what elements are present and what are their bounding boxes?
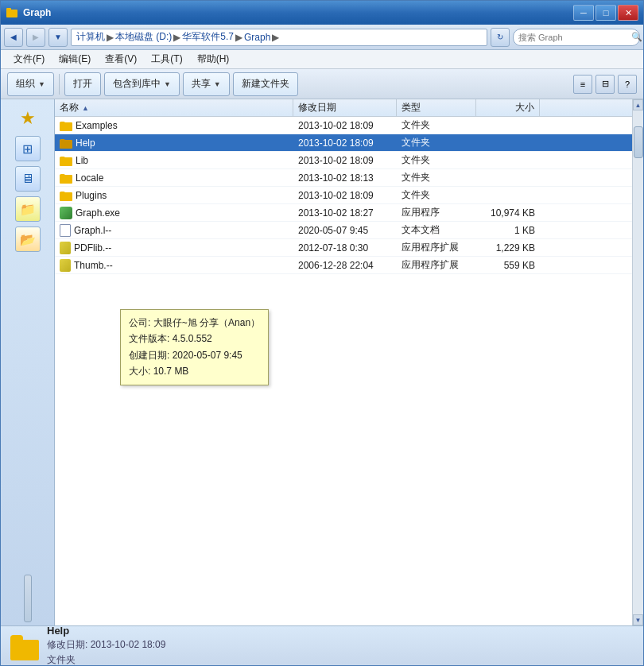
file-type-thumb: 应用程序扩展 — [397, 258, 476, 272]
scrollbar-down[interactable]: ▼ — [633, 614, 643, 625]
file-date-examples: 2013-10-02 18:09 — [293, 120, 397, 131]
column-name[interactable]: 名称 ▲ — [55, 99, 293, 116]
back-button[interactable]: ◀ — [4, 28, 23, 47]
sidebar: ★ ⊞ 🖥 📁 📂 — [1, 99, 55, 625]
file-date-locale: 2013-10-02 18:13 — [293, 172, 397, 184]
column-headers: 名称 ▲ 修改日期 类型 大小 — [55, 99, 632, 117]
close-button[interactable]: ✕ — [618, 5, 638, 21]
file-tooltip: 公司: 大眼仔~旭 分享（Anan） 文件版本: 4.5.0.552 创建日期:… — [120, 309, 269, 385]
column-size[interactable]: 大小 — [476, 99, 540, 116]
window: Graph ─ □ ✕ ◀ ▶ ▼ 计算机 ▶ 本地磁盘 (D:) ▶ 华军软件… — [0, 0, 644, 666]
toolbar-separator-1 — [59, 74, 60, 95]
table-row[interactable]: Help 2013-10-02 18:09 文件夹 — [55, 134, 632, 152]
search-box[interactable]: 🔍 — [513, 29, 640, 46]
file-name-lib: Lib — [55, 155, 293, 166]
tooltip-size: 大小: 10.7 MB — [129, 363, 260, 379]
file-name-thumb: Thumb.-- — [55, 259, 293, 272]
file-name-plugins: Plugins — [55, 190, 293, 201]
search-input[interactable] — [518, 33, 628, 42]
path-software[interactable]: 华军软件5.7 — [182, 30, 234, 44]
folder-icon — [60, 120, 72, 131]
scrollbar-thumb[interactable] — [634, 126, 643, 158]
tooltip-company-label: 公司: — [129, 317, 150, 328]
file-date-lib: 2013-10-02 18:09 — [293, 155, 397, 166]
menu-tools[interactable]: 工具(T) — [145, 51, 188, 68]
sidebar-scrollbar-thumb[interactable] — [24, 575, 32, 622]
file-size-thumb: 559 KB — [476, 260, 540, 271]
help-button[interactable]: ? — [618, 75, 637, 94]
view-toggle-button[interactable]: ≡ — [573, 75, 592, 94]
open-button[interactable]: 打开 — [64, 72, 101, 96]
content-area: ★ ⊞ 🖥 📁 📂 名称 ▲ 修改日期 类型 — [1, 99, 643, 625]
address-path[interactable]: 计算机 ▶ 本地磁盘 (D:) ▶ 华军软件5.7 ▶ Graph ▶ — [71, 29, 487, 46]
file-name-help: Help — [55, 137, 293, 149]
dropdown-button[interactable]: ▼ — [48, 28, 68, 47]
share-label: 共享 — [192, 77, 211, 91]
file-name-examples: Examples — [55, 120, 293, 131]
file-type-graphexe: 应用程序 — [397, 206, 476, 219]
file-date-graphexe: 2013-10-02 18:27 — [293, 207, 397, 219]
view-details-button[interactable]: ⊟ — [596, 75, 615, 94]
tooltip-company-value: 大眼仔~旭 分享（Anan） — [153, 317, 260, 328]
menu-help[interactable]: 帮助(H) — [191, 51, 236, 68]
table-row[interactable]: Lib 2013-10-02 18:09 文件夹 — [55, 152, 632, 169]
file-type-locale: 文件夹 — [397, 171, 476, 184]
table-row[interactable]: Locale 2013-10-02 18:13 文件夹 — [55, 169, 632, 187]
organize-button[interactable]: 组织 ▼ — [7, 72, 54, 96]
favorites-icon: ★ — [15, 106, 41, 131]
table-row[interactable]: Plugins 2013-10-02 18:09 文件夹 — [55, 187, 632, 204]
table-row[interactable]: Graph.l-- 2020-05-07 9:45 文本文档 1 KB — [55, 222, 632, 239]
sidebar-icon-3[interactable]: 📁 — [15, 196, 41, 222]
dll-icon — [60, 242, 71, 254]
path-graph[interactable]: Graph — [244, 32, 270, 43]
table-row[interactable]: Thumb.-- 2006-12-28 22:04 应用程序扩展 559 KB — [55, 257, 632, 274]
sort-arrow: ▲ — [82, 104, 89, 112]
newfolder-button[interactable]: 新建文件夹 — [233, 72, 298, 96]
refresh-button[interactable]: ↻ — [491, 28, 510, 47]
menu-bar: 文件(F) 编辑(E) 查看(V) 工具(T) 帮助(H) — [1, 50, 643, 69]
minimize-button[interactable]: ─ — [573, 5, 594, 21]
file-name-locale: Locale — [55, 172, 293, 184]
file-name-graphexe: Graph.exe — [55, 207, 293, 219]
include-arrow: ▼ — [164, 80, 171, 88]
search-icon: 🔍 — [631, 32, 642, 42]
file-name-pdflib: PDFlib.-- — [55, 242, 293, 254]
menu-file[interactable]: 文件(F) — [7, 51, 51, 68]
tooltip-version-value: 4.5.0.552 — [173, 333, 212, 344]
sidebar-icon-4[interactable]: 📂 — [15, 227, 41, 252]
column-type[interactable]: 类型 — [397, 99, 476, 116]
maximize-button[interactable]: □ — [596, 5, 616, 21]
status-text: Help 修改日期: 2013-10-02 18:09 文件夹 — [47, 625, 165, 666]
file-type-lib: 文件夹 — [397, 153, 476, 167]
menu-view[interactable]: 查看(V) — [99, 51, 143, 68]
newfolder-label: 新建文件夹 — [242, 77, 289, 91]
table-row[interactable]: PDFlib.-- 2012-07-18 0:30 应用程序扩展 1,229 K… — [55, 239, 632, 257]
share-button[interactable]: 共享 ▼ — [183, 72, 230, 96]
title-bar: Graph ─ □ ✕ — [1, 1, 643, 25]
file-date-pdflib: 2012-07-18 0:30 — [293, 242, 397, 254]
forward-button[interactable]: ▶ — [26, 28, 45, 47]
path-drive[interactable]: 本地磁盘 (D:) — [115, 30, 172, 44]
sidebar-icon-1[interactable]: ⊞ — [15, 136, 41, 161]
table-row[interactable]: Examples 2013-10-02 18:09 文件夹 — [55, 117, 632, 134]
file-type-pdflib: 应用程序扩展 — [397, 241, 476, 254]
scrollbar: ▲ ▼ — [632, 99, 643, 625]
sidebar-icon-2[interactable]: 🖥 — [15, 166, 41, 192]
svg-rect-1 — [6, 8, 11, 11]
menu-edit[interactable]: 编辑(E) — [52, 51, 97, 68]
file-size-graphexe: 10,974 KB — [476, 207, 540, 219]
folder-icon — [60, 172, 72, 184]
file-date-plugins: 2013-10-02 18:09 — [293, 190, 397, 201]
txt-icon — [60, 224, 71, 237]
path-computer[interactable]: 计算机 — [76, 30, 105, 44]
column-date[interactable]: 修改日期 — [293, 99, 397, 116]
scrollbar-up[interactable]: ▲ — [633, 99, 643, 110]
file-type-graphtxt: 文本文档 — [397, 223, 476, 237]
tooltip-created-value: 2020-05-07 9:45 — [173, 350, 242, 361]
table-row[interactable]: Graph.exe 2013-10-02 18:27 应用程序 10,974 K… — [55, 204, 632, 222]
file-type-plugins: 文件夹 — [397, 188, 476, 202]
include-button[interactable]: 包含到库中 ▼ — [104, 72, 180, 96]
status-bar: Help 修改日期: 2013-10-02 18:09 文件夹 — [1, 625, 643, 665]
file-date-help: 2013-10-02 18:09 — [293, 137, 397, 149]
share-arrow: ▼ — [214, 80, 221, 88]
